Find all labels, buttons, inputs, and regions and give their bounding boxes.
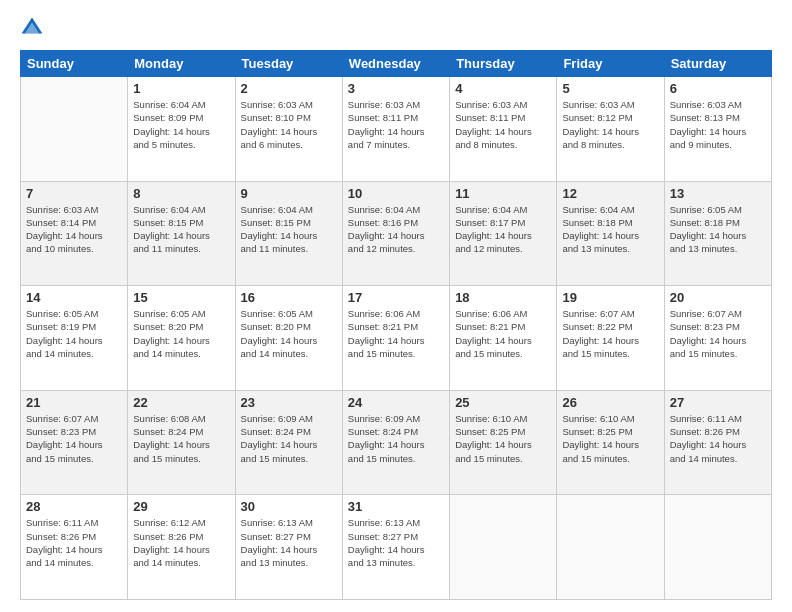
day-number: 11 (455, 186, 551, 201)
day-number: 5 (562, 81, 658, 96)
calendar-cell: 8Sunrise: 6:04 AM Sunset: 8:15 PM Daylig… (128, 181, 235, 286)
calendar-cell: 29Sunrise: 6:12 AM Sunset: 8:26 PM Dayli… (128, 495, 235, 600)
calendar-header-tuesday: Tuesday (235, 51, 342, 77)
day-number: 15 (133, 290, 229, 305)
page: SundayMondayTuesdayWednesdayThursdayFrid… (0, 0, 792, 612)
day-info: Sunrise: 6:07 AM Sunset: 8:23 PM Dayligh… (26, 412, 122, 465)
calendar-cell: 24Sunrise: 6:09 AM Sunset: 8:24 PM Dayli… (342, 390, 449, 495)
day-number: 28 (26, 499, 122, 514)
day-number: 21 (26, 395, 122, 410)
day-info: Sunrise: 6:10 AM Sunset: 8:25 PM Dayligh… (455, 412, 551, 465)
logo-icon (20, 16, 44, 40)
calendar-cell: 18Sunrise: 6:06 AM Sunset: 8:21 PM Dayli… (450, 286, 557, 391)
calendar-cell: 19Sunrise: 6:07 AM Sunset: 8:22 PM Dayli… (557, 286, 664, 391)
calendar-cell: 12Sunrise: 6:04 AM Sunset: 8:18 PM Dayli… (557, 181, 664, 286)
day-info: Sunrise: 6:13 AM Sunset: 8:27 PM Dayligh… (241, 516, 337, 569)
day-info: Sunrise: 6:04 AM Sunset: 8:17 PM Dayligh… (455, 203, 551, 256)
day-number: 10 (348, 186, 444, 201)
calendar-row-3: 21Sunrise: 6:07 AM Sunset: 8:23 PM Dayli… (21, 390, 772, 495)
calendar-cell: 28Sunrise: 6:11 AM Sunset: 8:26 PM Dayli… (21, 495, 128, 600)
day-number: 19 (562, 290, 658, 305)
calendar-cell: 7Sunrise: 6:03 AM Sunset: 8:14 PM Daylig… (21, 181, 128, 286)
day-number: 4 (455, 81, 551, 96)
day-info: Sunrise: 6:06 AM Sunset: 8:21 PM Dayligh… (348, 307, 444, 360)
calendar-cell: 3Sunrise: 6:03 AM Sunset: 8:11 PM Daylig… (342, 77, 449, 182)
calendar-header-saturday: Saturday (664, 51, 771, 77)
calendar-header-thursday: Thursday (450, 51, 557, 77)
day-info: Sunrise: 6:03 AM Sunset: 8:13 PM Dayligh… (670, 98, 766, 151)
day-number: 30 (241, 499, 337, 514)
day-number: 2 (241, 81, 337, 96)
day-number: 16 (241, 290, 337, 305)
calendar-cell (557, 495, 664, 600)
logo (20, 16, 48, 40)
day-info: Sunrise: 6:03 AM Sunset: 8:14 PM Dayligh… (26, 203, 122, 256)
day-info: Sunrise: 6:06 AM Sunset: 8:21 PM Dayligh… (455, 307, 551, 360)
calendar-row-4: 28Sunrise: 6:11 AM Sunset: 8:26 PM Dayli… (21, 495, 772, 600)
calendar-header-wednesday: Wednesday (342, 51, 449, 77)
day-number: 7 (26, 186, 122, 201)
calendar-row-0: 1Sunrise: 6:04 AM Sunset: 8:09 PM Daylig… (21, 77, 772, 182)
calendar-cell: 21Sunrise: 6:07 AM Sunset: 8:23 PM Dayli… (21, 390, 128, 495)
day-info: Sunrise: 6:04 AM Sunset: 8:15 PM Dayligh… (241, 203, 337, 256)
day-number: 9 (241, 186, 337, 201)
day-number: 20 (670, 290, 766, 305)
calendar-cell: 27Sunrise: 6:11 AM Sunset: 8:26 PM Dayli… (664, 390, 771, 495)
calendar-cell: 26Sunrise: 6:10 AM Sunset: 8:25 PM Dayli… (557, 390, 664, 495)
day-info: Sunrise: 6:13 AM Sunset: 8:27 PM Dayligh… (348, 516, 444, 569)
day-number: 24 (348, 395, 444, 410)
calendar-cell: 22Sunrise: 6:08 AM Sunset: 8:24 PM Dayli… (128, 390, 235, 495)
calendar-row-1: 7Sunrise: 6:03 AM Sunset: 8:14 PM Daylig… (21, 181, 772, 286)
day-number: 23 (241, 395, 337, 410)
day-number: 1 (133, 81, 229, 96)
day-number: 14 (26, 290, 122, 305)
day-info: Sunrise: 6:09 AM Sunset: 8:24 PM Dayligh… (348, 412, 444, 465)
day-number: 27 (670, 395, 766, 410)
calendar-header-row: SundayMondayTuesdayWednesdayThursdayFrid… (21, 51, 772, 77)
calendar-cell: 30Sunrise: 6:13 AM Sunset: 8:27 PM Dayli… (235, 495, 342, 600)
calendar-cell: 10Sunrise: 6:04 AM Sunset: 8:16 PM Dayli… (342, 181, 449, 286)
calendar-cell: 6Sunrise: 6:03 AM Sunset: 8:13 PM Daylig… (664, 77, 771, 182)
day-number: 8 (133, 186, 229, 201)
calendar-header-sunday: Sunday (21, 51, 128, 77)
day-info: Sunrise: 6:08 AM Sunset: 8:24 PM Dayligh… (133, 412, 229, 465)
calendar-cell: 17Sunrise: 6:06 AM Sunset: 8:21 PM Dayli… (342, 286, 449, 391)
day-info: Sunrise: 6:04 AM Sunset: 8:18 PM Dayligh… (562, 203, 658, 256)
calendar-cell: 20Sunrise: 6:07 AM Sunset: 8:23 PM Dayli… (664, 286, 771, 391)
calendar-cell: 2Sunrise: 6:03 AM Sunset: 8:10 PM Daylig… (235, 77, 342, 182)
day-number: 25 (455, 395, 551, 410)
day-info: Sunrise: 6:10 AM Sunset: 8:25 PM Dayligh… (562, 412, 658, 465)
day-info: Sunrise: 6:03 AM Sunset: 8:10 PM Dayligh… (241, 98, 337, 151)
day-number: 22 (133, 395, 229, 410)
day-number: 17 (348, 290, 444, 305)
day-number: 26 (562, 395, 658, 410)
calendar-cell: 4Sunrise: 6:03 AM Sunset: 8:11 PM Daylig… (450, 77, 557, 182)
calendar-cell (450, 495, 557, 600)
day-number: 3 (348, 81, 444, 96)
calendar-cell: 31Sunrise: 6:13 AM Sunset: 8:27 PM Dayli… (342, 495, 449, 600)
day-number: 29 (133, 499, 229, 514)
day-info: Sunrise: 6:09 AM Sunset: 8:24 PM Dayligh… (241, 412, 337, 465)
calendar-cell: 11Sunrise: 6:04 AM Sunset: 8:17 PM Dayli… (450, 181, 557, 286)
day-info: Sunrise: 6:05 AM Sunset: 8:20 PM Dayligh… (241, 307, 337, 360)
day-info: Sunrise: 6:07 AM Sunset: 8:23 PM Dayligh… (670, 307, 766, 360)
day-info: Sunrise: 6:03 AM Sunset: 8:11 PM Dayligh… (348, 98, 444, 151)
calendar-cell: 9Sunrise: 6:04 AM Sunset: 8:15 PM Daylig… (235, 181, 342, 286)
calendar-cell (664, 495, 771, 600)
calendar-cell: 5Sunrise: 6:03 AM Sunset: 8:12 PM Daylig… (557, 77, 664, 182)
calendar-cell: 16Sunrise: 6:05 AM Sunset: 8:20 PM Dayli… (235, 286, 342, 391)
day-info: Sunrise: 6:05 AM Sunset: 8:18 PM Dayligh… (670, 203, 766, 256)
day-info: Sunrise: 6:12 AM Sunset: 8:26 PM Dayligh… (133, 516, 229, 569)
calendar-cell: 23Sunrise: 6:09 AM Sunset: 8:24 PM Dayli… (235, 390, 342, 495)
day-number: 18 (455, 290, 551, 305)
day-info: Sunrise: 6:05 AM Sunset: 8:19 PM Dayligh… (26, 307, 122, 360)
day-info: Sunrise: 6:11 AM Sunset: 8:26 PM Dayligh… (26, 516, 122, 569)
day-info: Sunrise: 6:07 AM Sunset: 8:22 PM Dayligh… (562, 307, 658, 360)
day-number: 12 (562, 186, 658, 201)
calendar-cell (21, 77, 128, 182)
calendar-header-friday: Friday (557, 51, 664, 77)
calendar-cell: 14Sunrise: 6:05 AM Sunset: 8:19 PM Dayli… (21, 286, 128, 391)
day-info: Sunrise: 6:04 AM Sunset: 8:16 PM Dayligh… (348, 203, 444, 256)
day-info: Sunrise: 6:03 AM Sunset: 8:12 PM Dayligh… (562, 98, 658, 151)
day-info: Sunrise: 6:11 AM Sunset: 8:26 PM Dayligh… (670, 412, 766, 465)
